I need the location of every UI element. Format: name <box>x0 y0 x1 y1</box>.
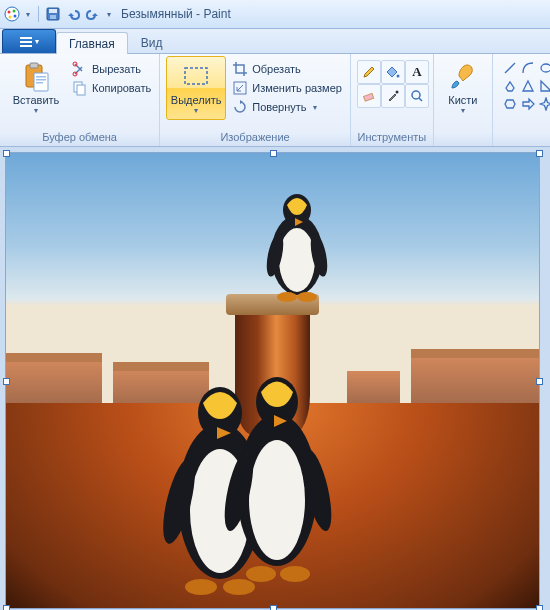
eraser-tool[interactable] <box>357 84 381 108</box>
handle-se[interactable] <box>536 605 543 610</box>
select-caret-icon: ▾ <box>194 106 198 115</box>
group-brushes: Кисти ▾ <box>434 54 493 146</box>
paste-icon <box>20 61 52 93</box>
shape-right-triangle[interactable] <box>539 79 550 95</box>
pencil-tool[interactable] <box>357 60 381 84</box>
rotate-caret-icon: ▾ <box>313 103 317 112</box>
resize-icon <box>232 80 248 96</box>
brushes-caret-icon: ▾ <box>461 106 465 115</box>
svg-rect-16 <box>36 82 43 84</box>
group-clipboard: Вставить ▾ Вырезать Копировать Буфер обм… <box>0 54 160 146</box>
svg-rect-6 <box>49 9 57 13</box>
svg-point-36 <box>297 292 317 302</box>
crop-icon <box>232 61 248 77</box>
ribbon-tab-row: ▾ Главная Вид <box>0 29 550 54</box>
svg-rect-21 <box>185 68 207 84</box>
ribbon: Вставить ▾ Вырезать Копировать Буфер обм… <box>0 54 550 147</box>
svg-point-4 <box>9 16 12 19</box>
tools-group-label: Инструменты <box>357 129 427 146</box>
select-button[interactable]: Выделить ▾ <box>166 56 226 120</box>
handle-nw[interactable] <box>3 150 10 157</box>
tab-view[interactable]: Вид <box>128 31 176 53</box>
save-icon[interactable] <box>45 6 61 22</box>
paste-caret-icon: ▾ <box>34 106 38 115</box>
shapes-group-label <box>499 129 550 146</box>
qat-separator <box>38 6 39 22</box>
resize-button[interactable]: Изменить размер <box>230 79 344 97</box>
handle-n[interactable] <box>270 150 277 157</box>
svg-point-3 <box>14 15 17 18</box>
handle-s[interactable] <box>270 605 277 610</box>
svg-point-50 <box>280 566 310 582</box>
cut-button[interactable]: Вырезать <box>70 60 153 78</box>
shape-triangle[interactable] <box>521 79 537 95</box>
svg-point-2 <box>13 10 16 13</box>
svg-rect-15 <box>36 79 46 81</box>
group-tools: A Инструменты <box>351 54 434 146</box>
handle-e[interactable] <box>536 378 543 385</box>
tab-home[interactable]: Главная <box>56 32 128 54</box>
handle-w[interactable] <box>3 378 10 385</box>
canvas-image <box>6 153 539 608</box>
svg-point-26 <box>412 91 420 99</box>
svg-rect-14 <box>36 76 46 78</box>
file-menu-caret-icon: ▾ <box>35 37 39 46</box>
shape-line[interactable] <box>503 61 519 77</box>
select-rect-icon <box>180 61 212 93</box>
window-title: Безымянный - Paint <box>121 7 231 21</box>
shape-hexagon[interactable] <box>503 97 519 113</box>
handle-ne[interactable] <box>536 150 543 157</box>
fill-tool[interactable] <box>381 60 405 84</box>
color-picker-tool[interactable] <box>381 84 405 108</box>
svg-rect-10 <box>20 45 32 47</box>
svg-point-42 <box>185 579 217 595</box>
svg-rect-9 <box>20 41 32 43</box>
penguin-right <box>219 362 339 587</box>
app-menu-caret-icon[interactable]: ▾ <box>24 10 32 19</box>
qat-customize-caret-icon[interactable]: ▾ <box>105 10 113 19</box>
group-image: Выделить ▾ Обрезать Изменить размер Пове… <box>160 54 351 146</box>
svg-point-1 <box>8 11 11 14</box>
svg-point-31 <box>279 228 315 292</box>
svg-rect-8 <box>20 37 32 39</box>
handle-sw[interactable] <box>3 605 10 610</box>
paste-button[interactable]: Вставить ▾ <box>6 56 66 120</box>
rotate-button[interactable]: Повернуть ▾ <box>230 98 344 116</box>
shape-curve[interactable] <box>521 61 537 77</box>
svg-point-0 <box>5 7 19 21</box>
cut-label: Вырезать <box>92 63 141 75</box>
svg-point-25 <box>395 91 398 94</box>
text-tool[interactable]: A <box>405 60 429 84</box>
paint-app-icon[interactable] <box>4 6 20 22</box>
brushes-label: Кисти <box>448 94 477 106</box>
copy-icon <box>72 80 88 96</box>
scissors-icon <box>72 61 88 77</box>
svg-point-27 <box>541 64 550 72</box>
copy-label: Копировать <box>92 82 151 94</box>
resize-label: Изменить размер <box>252 82 342 94</box>
select-label: Выделить <box>171 94 222 106</box>
quick-access-toolbar: ▾ ▾ <box>4 6 113 22</box>
canvas-area <box>0 147 550 610</box>
svg-rect-20 <box>77 85 85 95</box>
canvas[interactable] <box>6 153 539 608</box>
shape-polygon[interactable] <box>503 79 519 95</box>
crop-button[interactable]: Обрезать <box>230 60 344 78</box>
svg-point-35 <box>277 292 297 302</box>
image-group-label: Изображение <box>166 129 344 146</box>
magnifier-tool[interactable] <box>405 84 429 108</box>
svg-rect-12 <box>30 63 38 68</box>
undo-icon[interactable] <box>65 6 81 22</box>
brushes-group-label <box>440 129 486 146</box>
penguin-top <box>257 185 337 305</box>
brushes-button[interactable]: Кисти ▾ <box>440 56 486 120</box>
shape-arrow-right[interactable] <box>521 97 537 113</box>
paste-label: Вставить <box>13 94 60 106</box>
shape-4star[interactable] <box>539 97 550 113</box>
svg-point-45 <box>249 440 305 560</box>
crop-label: Обрезать <box>252 63 301 75</box>
copy-button[interactable]: Копировать <box>70 79 153 97</box>
shape-oval[interactable] <box>539 61 550 77</box>
redo-icon[interactable] <box>85 6 101 22</box>
file-menu-button[interactable]: ▾ <box>2 29 56 53</box>
